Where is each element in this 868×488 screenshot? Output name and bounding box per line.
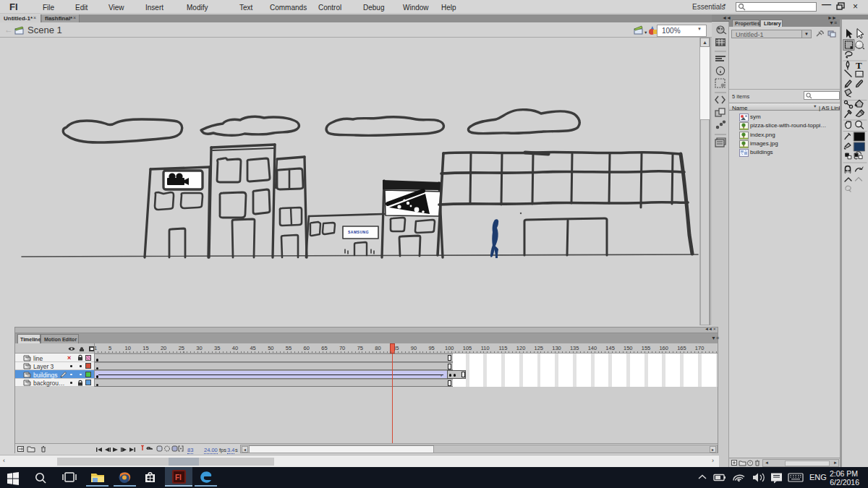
svg-text:T: T <box>856 60 862 71</box>
svg-text:Fl: Fl <box>175 474 182 481</box>
svg-text:SAMSUNG: SAMSUNG <box>348 230 369 234</box>
svg-text:ENG: ENG <box>809 473 827 481</box>
svg-text:2:06 PM: 2:06 PM <box>830 469 858 478</box>
svg-text:6/2/2016: 6/2/2016 <box>830 478 859 487</box>
